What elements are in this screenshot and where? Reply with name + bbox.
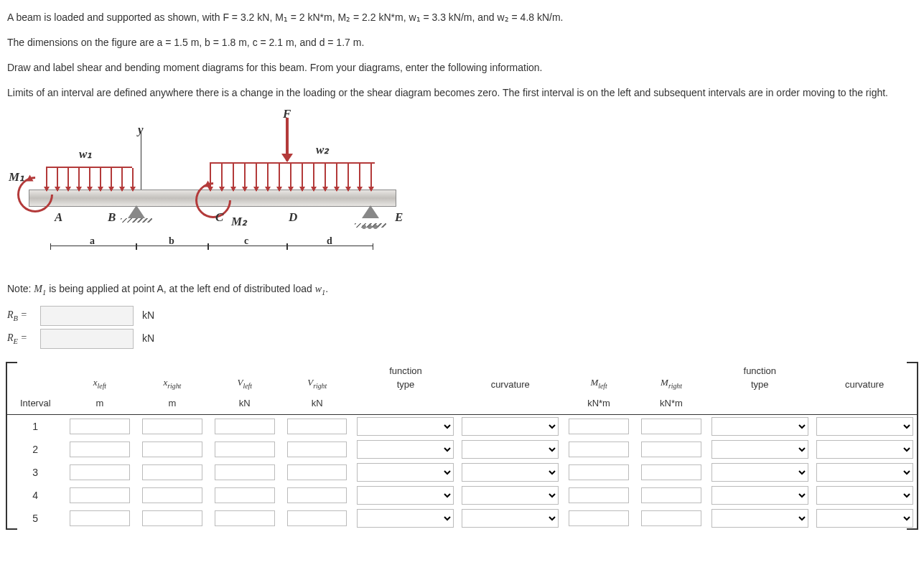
note-m1: Note: M1 is being applied at point A, at… <box>7 281 917 299</box>
mleft-input[interactable] <box>569 510 629 526</box>
func-type-v-select[interactable] <box>357 417 454 436</box>
roller-balls <box>361 218 380 223</box>
re-unit: kN <box>142 331 154 346</box>
hdr-func1: functiontype <box>353 362 458 394</box>
curvature-v-select[interactable] <box>462 509 559 528</box>
table-row: 3 <box>7 461 917 484</box>
mright-input[interactable] <box>641 441 701 457</box>
mleft-input[interactable] <box>569 419 629 434</box>
mleft-input[interactable] <box>569 487 629 503</box>
xleft-input[interactable] <box>70 464 130 480</box>
problem-line-4: Limits of an interval are defined anywhe… <box>7 85 917 101</box>
table-row: 5 <box>7 507 917 530</box>
func-type-m-select[interactable] <box>711 417 808 436</box>
label-w1: w₁ <box>79 145 92 164</box>
interval-table-wrap: xleft xright Vleft Vright functiontype c… <box>7 362 917 531</box>
mleft-input[interactable] <box>569 464 629 480</box>
vright-input[interactable] <box>287 510 347 526</box>
curvature-v-select[interactable] <box>462 440 559 459</box>
curvature-m-select[interactable] <box>816 463 913 482</box>
label-e: E <box>395 208 403 227</box>
label-w2: w₂ <box>316 141 329 159</box>
xright-input[interactable] <box>142 510 202 526</box>
curvature-v-select[interactable] <box>462 463 559 482</box>
vright-input[interactable] <box>287 464 347 480</box>
problem-line-1: A beam is loaded and supported as shown,… <box>7 10 917 25</box>
distload-w2 <box>210 162 375 191</box>
mright-input[interactable] <box>641 510 701 526</box>
curvature-m-select[interactable] <box>816 486 913 505</box>
hdr-kn2: kN <box>281 394 353 415</box>
curvature-v-select[interactable] <box>462 417 559 436</box>
vright-input[interactable] <box>287 419 347 434</box>
axis-y <box>141 132 141 190</box>
xright-input[interactable] <box>142 487 202 503</box>
mright-input[interactable] <box>641 464 701 480</box>
func-type-m-select[interactable] <box>711 463 808 482</box>
func-type-m-select[interactable] <box>711 440 808 459</box>
vleft-input[interactable] <box>215 419 275 434</box>
beam-figure: y x M₁ M₂ w₁ w₂ <box>7 111 409 276</box>
support-pin-b <box>128 205 145 218</box>
label-m2: M₂ <box>231 212 247 231</box>
re-input[interactable] <box>40 329 134 349</box>
rb-label: RB = <box>7 307 36 324</box>
bracket-left-icon <box>6 362 17 531</box>
mleft-input[interactable] <box>569 441 629 457</box>
hdr-curv1: curvature <box>458 362 563 394</box>
ground-b <box>121 218 152 223</box>
hdr-mright: Mright <box>635 362 708 394</box>
hdr-m2: m <box>136 394 208 415</box>
bracket-right-icon <box>907 362 918 531</box>
func-type-v-select[interactable] <box>357 486 454 505</box>
curvature-m-select[interactable] <box>816 440 913 459</box>
curvature-v-select[interactable] <box>462 486 559 505</box>
interval-table: xleft xright Vleft Vright functiontype c… <box>7 362 917 531</box>
xright-input[interactable] <box>142 419 202 434</box>
label-f: F <box>283 105 291 123</box>
xright-input[interactable] <box>142 464 202 480</box>
curvature-m-select[interactable] <box>816 509 913 528</box>
reaction-re-row: RE = kN <box>7 329 917 349</box>
label-a: A <box>55 208 62 227</box>
vright-input[interactable] <box>287 441 347 457</box>
dim-a: a <box>50 246 136 246</box>
curvature-m-select[interactable] <box>816 417 913 436</box>
func-type-m-select[interactable] <box>711 509 808 528</box>
hdr-kn1: kN <box>208 394 281 415</box>
reaction-rb-row: RB = kN <box>7 306 917 326</box>
problem-line-2: The dimensions on the figure are a = 1.5… <box>7 35 917 50</box>
label-c: C <box>215 208 223 227</box>
problem-line-3: Draw and label shear and bending moment … <box>7 60 917 75</box>
func-type-m-select[interactable] <box>711 486 808 505</box>
hdr-m1: m <box>63 394 136 415</box>
label-m1: M₁ <box>9 168 24 187</box>
xleft-input[interactable] <box>70 441 130 457</box>
func-type-v-select[interactable] <box>357 463 454 482</box>
hdr-xright: xright <box>136 362 208 394</box>
support-roller-e <box>362 205 379 218</box>
vleft-input[interactable] <box>215 441 275 457</box>
table-row: 4 <box>7 484 917 507</box>
vright-input[interactable] <box>287 487 347 503</box>
func-type-v-select[interactable] <box>357 509 454 528</box>
hdr-xleft: xleft <box>63 362 136 394</box>
mright-input[interactable] <box>641 487 701 503</box>
xleft-input[interactable] <box>70 487 130 503</box>
func-type-v-select[interactable] <box>357 440 454 459</box>
label-b: B <box>108 208 116 227</box>
re-label: RE = <box>7 330 36 347</box>
xleft-input[interactable] <box>70 510 130 526</box>
vleft-input[interactable] <box>215 464 275 480</box>
vleft-input[interactable] <box>215 487 275 503</box>
force-f-arrow <box>286 118 289 161</box>
vleft-input[interactable] <box>215 510 275 526</box>
rb-input[interactable] <box>40 306 134 326</box>
label-d: D <box>289 208 297 227</box>
dim-c: c <box>208 246 287 246</box>
mright-input[interactable] <box>641 419 701 434</box>
xleft-input[interactable] <box>70 419 130 434</box>
dim-d: d <box>287 246 373 246</box>
table-row: 1 <box>7 415 917 439</box>
xright-input[interactable] <box>142 441 202 457</box>
